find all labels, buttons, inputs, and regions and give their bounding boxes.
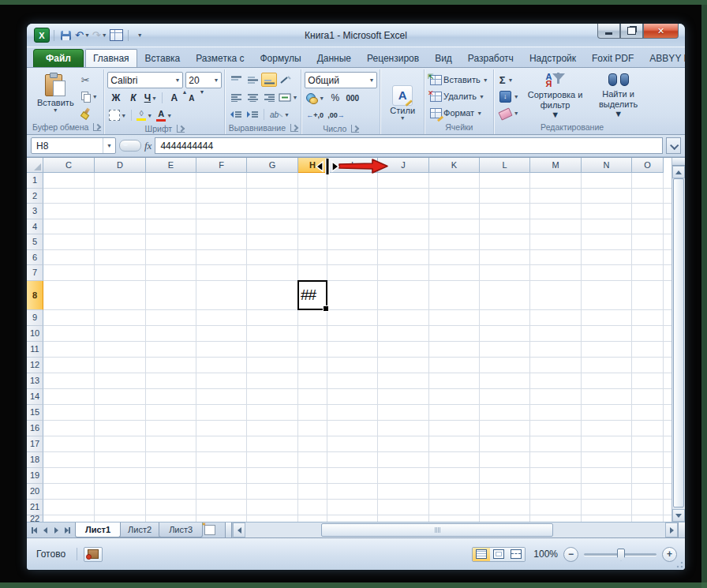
align-bottom-button[interactable] [261,73,277,87]
table-view-button[interactable] [110,28,124,43]
horizontal-split-handle[interactable] [678,522,685,537]
customize-qat-button[interactable]: ▼ [133,28,147,43]
sheet-tab[interactable]: Лист2 [118,522,162,537]
font-family-combo[interactable]: Calibri▼ [107,72,183,88]
column-header[interactable]: F [196,158,247,173]
row-header[interactable]: 3 [27,204,43,219]
zoom-level[interactable]: 100% [531,549,558,560]
column-header[interactable]: N [582,158,632,173]
ribbon-tab[interactable]: Рецензиров [359,49,427,67]
column-header[interactable]: D [95,158,146,173]
cells-grid[interactable]: ## [43,173,671,522]
row-header[interactable]: 13 [27,373,43,389]
dialog-launcher-icon[interactable] [177,125,185,133]
dialog-launcher-icon[interactable] [290,124,298,132]
sort-filter-button[interactable]: АЯ Сортировка и фильтр ▼ [523,71,588,121]
chevron-down-icon[interactable]: ▼ [103,138,115,153]
increase-decimal-button[interactable]: ←+,0 [305,108,325,122]
autosum-button[interactable]: Σ▼ [497,73,522,87]
shrink-font-button[interactable]: А▼ [183,91,200,105]
row-header[interactable]: 16 [27,421,43,436]
font-color-button[interactable]: А ▼ [155,108,174,122]
row-header[interactable]: 1 [27,173,43,189]
dialog-launcher-icon[interactable] [351,125,359,133]
scroll-down-button[interactable] [672,509,685,522]
italic-button[interactable]: К [125,91,141,105]
font-size-combo[interactable]: 20▼ [185,72,222,88]
cut-button[interactable]: ✂ [79,73,100,87]
row-header[interactable]: 5 [27,234,43,250]
row-header[interactable]: 10 [27,326,43,342]
sheet-tab[interactable]: Лист3 [159,522,203,537]
align-center-button[interactable] [245,90,260,104]
zoom-slider[interactable] [584,553,656,556]
align-top-button[interactable] [228,73,244,87]
row-header[interactable]: 12 [27,358,43,373]
save-button[interactable] [58,28,73,43]
previous-sheet-button[interactable] [40,525,50,535]
column-header[interactable]: O [632,158,664,173]
row-header[interactable]: 21 [27,500,43,515]
undo-button[interactable]: ↶▼ [75,28,90,43]
align-middle-button[interactable] [245,73,260,87]
column-header[interactable]: E [146,158,196,173]
wrap-text-button[interactable]: ab▼ [267,107,291,122]
row-header[interactable]: 2 [27,189,43,204]
insert-cells-button[interactable]: ⇱Вставить▼ [428,73,491,87]
ribbon-tab[interactable]: Foxit PDF [584,49,642,67]
increase-indent-button[interactable] [245,107,260,122]
ribbon-tab[interactable]: Разработч [460,49,522,67]
ribbon-tab[interactable]: Вставка [137,49,189,67]
scroll-left-button[interactable] [233,522,245,537]
column-header[interactable]: M [530,158,582,173]
normal-view-button[interactable] [473,548,490,561]
first-sheet-button[interactable] [29,525,39,535]
row-header[interactable]: 9 [27,310,43,326]
row-header[interactable]: 11 [27,342,43,358]
ribbon-tab[interactable]: Надстройк [522,49,584,67]
horizontal-scroll-thumb[interactable] [321,523,554,537]
scroll-right-button[interactable] [665,522,678,537]
clear-button[interactable]: ▼ [497,106,522,120]
page-break-view-button[interactable] [507,548,525,561]
bold-button[interactable]: Ж [107,91,124,105]
ribbon-tab[interactable]: ABBYY PDF [642,49,685,67]
maximize-button[interactable] [620,24,643,39]
sheet-tab[interactable]: Лист1 [75,522,121,537]
find-select-button[interactable]: Найти и выделить ▼ [589,71,648,121]
row-header[interactable]: 4 [27,219,43,235]
format-painter-button[interactable] [79,106,100,120]
row-header[interactable]: 7 [27,265,43,281]
window-resize-grip[interactable] [674,559,684,569]
dialog-launcher-icon[interactable] [93,123,101,131]
copy-button[interactable]: ▼ [79,89,100,103]
row-header[interactable]: 22 [27,515,43,522]
formula-input[interactable]: 4444444444 [155,137,663,154]
close-button[interactable]: ✕ [643,24,679,39]
tab-split-handle[interactable] [225,522,232,537]
underline-button[interactable]: Ч▼ [142,91,159,105]
row-header[interactable]: 19 [27,468,43,484]
zoom-slider-thumb[interactable] [617,549,625,561]
select-all-corner[interactable] [27,158,43,173]
excel-app-icon[interactable]: X [34,28,50,43]
insert-function-button[interactable]: fx [144,140,152,152]
ribbon-tab[interactable]: Разметка с [188,49,252,67]
horizontal-scrollbar[interactable] [232,522,685,537]
expand-formula-bar-button[interactable] [666,137,681,154]
name-box[interactable]: H8▼ [31,137,116,154]
ribbon-tab[interactable]: Данные [309,49,359,67]
row-header[interactable]: 20 [27,484,43,500]
record-macro-button[interactable] [84,547,103,562]
column-header[interactable]: C [43,158,95,173]
paste-button[interactable]: Вставить ▼ [32,71,79,121]
orientation-button[interactable] [278,73,294,87]
next-sheet-button[interactable] [51,525,62,535]
ribbon-tab[interactable]: Формулы [252,49,309,67]
column-header[interactable]: L [480,158,530,173]
accounting-format-button[interactable]: ▼ [305,91,326,105]
vertical-split-handle[interactable] [672,158,685,166]
row-header[interactable]: 14 [27,389,43,405]
percent-style-button[interactable]: % [327,91,343,105]
ribbon-tab[interactable]: Файл [33,49,84,67]
